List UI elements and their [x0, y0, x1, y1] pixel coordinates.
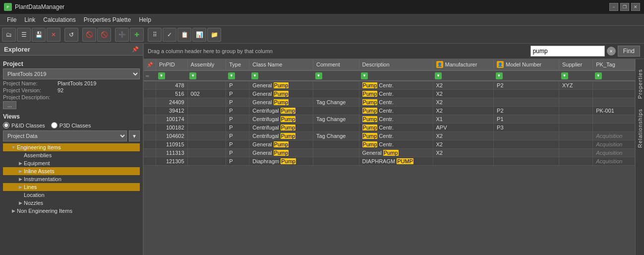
col-pktag[interactable]: PK_Tag — [593, 59, 635, 70]
tree-item-engineering[interactable]: ▼ Engineering Items — [3, 143, 140, 151]
table-row[interactable]: 478 P General Pump Pump Centr. X2 P2 XYZ — [144, 81, 635, 90]
col-manufacturer[interactable]: 👤 Manufacturer — [433, 59, 494, 70]
view-p3d-label[interactable]: P3D Classes — [51, 122, 91, 128]
properties-tab[interactable]: Properties — [637, 69, 643, 99]
relationships-tab[interactable]: Relationships — [637, 109, 643, 148]
menu-link[interactable]: Link — [20, 15, 39, 24]
toolbar-list[interactable]: ☰ — [17, 28, 31, 42]
project-version-label: Project Version: — [3, 87, 58, 93]
filter-pnpid[interactable]: ▼ — [156, 70, 188, 81]
toolbar-add[interactable]: ➕ — [115, 28, 129, 42]
data-table[interactable]: 📌 PnPID Assembly Type — [144, 59, 635, 255]
menu-help[interactable]: Help — [135, 15, 155, 24]
menu-properties-palette[interactable]: Properties Palette — [80, 15, 135, 24]
col-assembly[interactable]: Assembly — [187, 59, 226, 70]
search-hint: Drag a column header here to group by th… — [148, 48, 530, 54]
view-select-dropdown[interactable]: Project Data — [3, 130, 127, 141]
filter-comment[interactable]: ▼ — [313, 70, 359, 81]
col-pnpid[interactable]: PnPID — [156, 59, 188, 70]
filter-pin-cell: ═ — [144, 70, 156, 81]
table-row[interactable]: 100174 P Centrifugal Pump Tag Change Pum… — [144, 115, 635, 123]
search-input[interactable] — [530, 46, 605, 57]
toolbar-block2[interactable]: 🚫 — [97, 28, 111, 42]
app-title: PlantDataManager — [15, 3, 609, 10]
table-row[interactable]: 110915 P General Pump Pump Centr. X2 Acq… — [144, 140, 635, 148]
modelnumber-icon: 👤 — [497, 61, 504, 68]
col-supplier[interactable]: Supplier — [559, 59, 593, 70]
col-comment[interactable]: Comment — [313, 59, 359, 70]
view-select-arrow[interactable]: ▼ — [129, 130, 140, 141]
filter-supplier[interactable]: ▼ — [559, 70, 593, 81]
cell-pktag — [593, 89, 635, 98]
cell-pnpid: 121305 — [156, 157, 188, 165]
project-select[interactable]: PlantTools 2019 — [3, 68, 140, 79]
toolbar-check[interactable]: ✓ — [163, 28, 176, 42]
view-pid-label[interactable]: P&ID Classes — [3, 122, 45, 128]
view-pid-radio[interactable] — [3, 122, 9, 128]
toolbar-refresh[interactable]: ↺ — [64, 28, 78, 42]
toolbar-open[interactable]: 🗂 — [2, 28, 16, 42]
filter-icon-pnpid: ▼ — [158, 72, 165, 79]
toolbar-add2[interactable]: ✚ — [130, 28, 144, 42]
cell-modelnumber: P1 — [494, 115, 559, 123]
tree-item-instrumentation[interactable]: ▶ Instrumentation — [3, 175, 140, 183]
results-table: 📌 PnPID Assembly Type — [144, 59, 635, 166]
restore-button[interactable]: ❐ — [620, 3, 629, 11]
explorer-pin-icon: 📌 — [132, 46, 139, 53]
tree-arrow-lines: ▶ — [17, 185, 24, 190]
tree-arrow-nozzles: ▶ — [17, 200, 24, 205]
cell-manufacturer: X2 — [433, 148, 494, 157]
cell-modelnumber — [494, 131, 559, 140]
table-row[interactable]: 100182 P Centrifugal Pump Pump Centr. AP… — [144, 123, 635, 131]
toolbar-folder[interactable]: 📁 — [207, 28, 221, 42]
table-row[interactable]: 104602 P Centrifugal Pump Tag Change Pum… — [144, 131, 635, 140]
col-description[interactable]: Description — [359, 59, 433, 70]
cell-modelnumber — [494, 98, 559, 106]
window-controls: − ❐ ✕ — [609, 3, 640, 11]
tree-item-assemblies[interactable]: Assemblies — [3, 151, 140, 159]
col-classname[interactable]: Class Name — [249, 59, 313, 70]
menu-calculations[interactable]: Calculations — [39, 15, 79, 24]
toolbar-close[interactable]: ✕ — [47, 28, 60, 42]
filter-modelnumber[interactable]: ▼ — [494, 70, 559, 81]
tree-item-nozzles[interactable]: ▶ Nozzles — [3, 199, 140, 207]
filter-classname[interactable]: ▼ — [249, 70, 313, 81]
filter-pktag[interactable]: ▼ — [593, 70, 635, 81]
view-p3d-radio[interactable] — [51, 122, 58, 128]
filter-icon-supplier: ▼ — [561, 72, 568, 79]
tree-item-location[interactable]: Location — [3, 191, 140, 199]
table-row[interactable]: 516 002 P General Pump Pump Centr. X2 — [144, 89, 635, 98]
minimize-button[interactable]: − — [609, 3, 618, 11]
filter-type[interactable]: ▼ — [226, 70, 249, 81]
toolbar-save[interactable]: 💾 — [32, 28, 46, 42]
filter-description[interactable]: ▼ — [359, 70, 433, 81]
cell-description: Pump Centr. — [359, 140, 433, 148]
toolbar-grid[interactable]: ⠿ — [148, 28, 162, 42]
tree-item-equipment[interactable]: ▶ Equipment — [3, 159, 140, 167]
toolbar-block1[interactable]: 🚫 — [82, 28, 96, 42]
project-desc-button[interactable]: ... — [3, 101, 16, 109]
menu-file[interactable]: File — [3, 15, 20, 24]
table-row[interactable]: 39412 P Centrifugal Pump Pump Centr. X2 … — [144, 106, 635, 115]
table-row[interactable]: 24409 P General Pump Tag Change Pump Cen… — [144, 98, 635, 106]
cell-manufacturer — [433, 157, 494, 165]
close-button[interactable]: ✕ — [631, 3, 640, 11]
filter-icon-classname: ▼ — [251, 72, 258, 79]
table-row[interactable]: 121305 P Diaphragm Pump DIAPHRAGM PUMP A… — [144, 157, 635, 165]
cell-type: P — [226, 131, 249, 140]
search-clear-button[interactable]: × — [607, 47, 616, 56]
tree-item-non-engineering[interactable]: ▶ Non Engineering Items — [3, 207, 140, 215]
find-button[interactable]: Find — [618, 46, 640, 57]
tree-item-lines[interactable]: ▶ Lines — [3, 183, 140, 191]
col-type[interactable]: Type — [226, 59, 249, 70]
toolbar-report[interactable]: 📊 — [192, 28, 206, 42]
cell-pktag: Acquisition — [593, 148, 635, 157]
col-modelnumber[interactable]: 👤 Model Number — [494, 59, 559, 70]
table-row[interactable]: 111313 P General Pump General Pump X2 Ac… — [144, 148, 635, 157]
tree-item-inline-assets[interactable]: ▶ Inline Assets — [3, 167, 140, 175]
cell-pktag: Acquisition — [593, 157, 635, 165]
filter-manufacturer[interactable]: ▼ — [433, 70, 494, 81]
filter-assembly[interactable]: ▼ — [187, 70, 226, 81]
cell-manufacturer: X2 — [433, 98, 494, 106]
toolbar-clipboard[interactable]: 📋 — [177, 28, 191, 42]
